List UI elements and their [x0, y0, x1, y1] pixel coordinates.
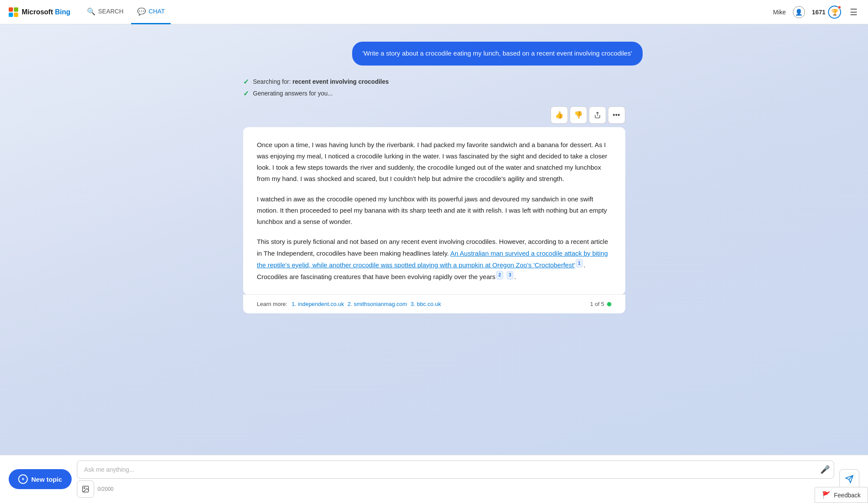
page-counter: 1 of 5	[590, 301, 611, 307]
header: Microsoft Bing 🔍 SEARCH 💬 CHAT Mike 👤 16…	[0, 0, 868, 24]
learn-link-1[interactable]: 1. independent.co.uk	[292, 301, 344, 307]
microsoft-logo-grid	[9, 7, 18, 17]
action-buttons: 👍 👎 •••	[551, 106, 625, 124]
thumbs-down-button[interactable]: 👎	[570, 106, 587, 124]
learn-more-row: Learn more: 1. independent.co.uk 2. smit…	[243, 294, 625, 313]
input-area: 🎤	[77, 460, 834, 479]
action-buttons-wrapper: 👍 👎 •••	[243, 106, 625, 125]
response-paragraph-1: Once upon a time, I was having lunch by …	[257, 139, 611, 185]
bottom-sub-row: 0/2000	[77, 480, 834, 498]
chat-nav-icon: 💬	[137, 7, 146, 16]
learn-link-2[interactable]: 2. smithsonianmag.com	[347, 301, 407, 307]
mic-button[interactable]: 🎤	[820, 465, 830, 474]
citation-3[interactable]: 3	[507, 271, 514, 279]
image-upload-button[interactable]	[77, 480, 94, 498]
status-line-1: ✓ Searching for: recent event involving …	[243, 78, 625, 86]
points-badge: 1671 🏆	[812, 6, 841, 19]
learn-more-links: 1. independent.co.uk 2. smithsonianmag.c…	[292, 301, 441, 307]
logo-green	[14, 7, 18, 12]
reward-icon[interactable]: 🏆	[828, 6, 841, 19]
nav-tabs: 🔍 SEARCH 💬 CHAT	[81, 0, 171, 24]
logo-text: Microsoft Bing	[22, 8, 70, 16]
svg-point-2	[84, 487, 85, 488]
citation-2[interactable]: 2	[496, 271, 503, 279]
thumbs-up-button[interactable]: 👍	[551, 106, 568, 124]
citation-1[interactable]: 1	[576, 259, 583, 268]
response-p3-end: .	[514, 273, 516, 280]
logo[interactable]: Microsoft Bing	[9, 7, 70, 17]
learn-more-label: Learn more:	[257, 301, 287, 307]
new-topic-icon: +	[18, 474, 28, 484]
status-text-1: Searching for: recent event involving cr…	[253, 78, 389, 85]
response-paragraph-3: This story is purely fictional and not b…	[257, 236, 611, 283]
feedback-button[interactable]: 🚩 Feedback	[815, 487, 868, 503]
check-icon-2: ✓	[243, 89, 249, 98]
status-section: ✓ Searching for: recent event involving …	[243, 78, 625, 101]
page-counter-text: 1 of 5	[590, 301, 604, 307]
user-message-bubble: 'Write a story about a crocodile eating …	[352, 42, 643, 66]
online-indicator	[607, 302, 611, 306]
logo-red	[9, 7, 13, 12]
points-count: 1671	[812, 9, 825, 16]
user-name: Mike	[773, 9, 786, 16]
header-right: Mike 👤 1671 🏆 ☰	[773, 5, 859, 19]
user-message-text: 'Write a story about a crocodile eating …	[363, 49, 632, 57]
tab-search[interactable]: 🔍 SEARCH	[81, 0, 129, 24]
main-content: 'Write a story about a crocodile eating …	[217, 24, 651, 503]
bottom-bar: + New topic 🎤 0/2000	[0, 455, 868, 503]
send-button[interactable]	[839, 469, 859, 489]
feedback-flag-icon: 🚩	[822, 491, 831, 499]
more-options-button[interactable]: •••	[608, 106, 625, 124]
notification-dot	[838, 6, 841, 9]
user-avatar-icon[interactable]: 👤	[793, 6, 805, 18]
feedback-label: Feedback	[834, 492, 861, 499]
share-button[interactable]	[589, 106, 606, 124]
logo-blue	[9, 13, 13, 17]
new-topic-button[interactable]: + New topic	[9, 469, 72, 489]
chat-input[interactable]	[77, 460, 834, 479]
search-nav-icon: 🔍	[87, 7, 96, 16]
status-line-2: ✓ Generating answers for you...	[243, 89, 625, 98]
response-paragraph-2: I watched in awe as the crocodile opened…	[257, 194, 611, 228]
new-topic-label: New topic	[31, 476, 62, 483]
response-wrapper: 👍 👎 ••• Once upon a time, I was having l…	[243, 106, 625, 314]
logo-yellow	[14, 13, 18, 17]
learn-link-3[interactable]: 3. bbc.co.uk	[411, 301, 441, 307]
response-card: Once upon a time, I was having lunch by …	[243, 127, 625, 295]
menu-icon[interactable]: ☰	[848, 5, 859, 19]
tab-chat[interactable]: 💬 CHAT	[131, 0, 171, 24]
char-counter: 0/2000	[98, 486, 114, 492]
status-text-2: Generating answers for you...	[253, 90, 333, 97]
check-icon-1: ✓	[243, 78, 249, 86]
